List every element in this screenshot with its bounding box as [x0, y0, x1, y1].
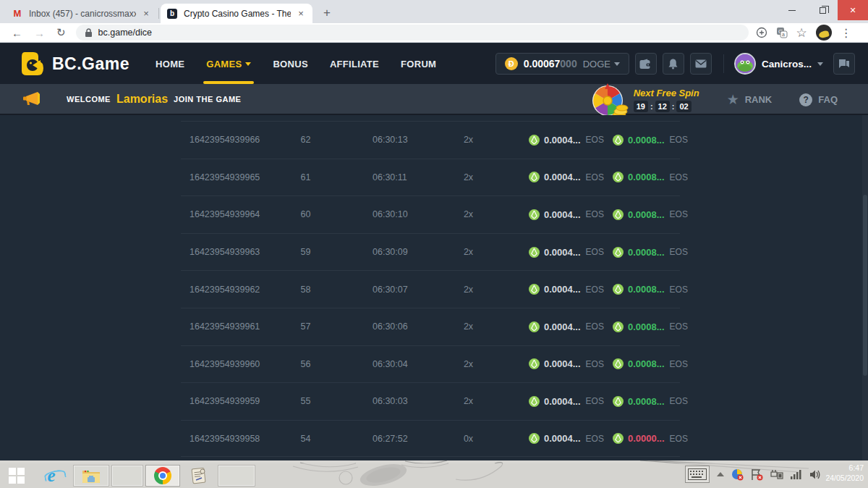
- bet-amount-cell: 0.0004... EOS: [503, 358, 590, 369]
- bet-row[interactable]: 16423954939966 62 06:30:13 2x 0.0004... …: [181, 121, 680, 159]
- taskbar-ie[interactable]: e: [35, 465, 67, 487]
- network-signal-icon[interactable]: [791, 469, 802, 479]
- bet-row[interactable]: 16423954939961 57 06:30:06 2x 0.0004... …: [181, 308, 680, 345]
- bet-amount: 0.0004...: [544, 358, 581, 369]
- bet-multiplier: 2x: [434, 359, 503, 369]
- bet-row[interactable]: 16423954939958 54 06:27:52 0x 0.0004... …: [181, 420, 680, 458]
- gmail-favicon-icon: M: [12, 8, 23, 20]
- back-icon[interactable]: ←: [12, 27, 22, 39]
- payout-cell: 0.0008... EOS: [590, 135, 680, 146]
- bet-amount-cell: 0.0004... EOS: [503, 247, 590, 258]
- bets-table: 16423954939966 62 06:30:13 2x 0.0004... …: [181, 121, 680, 457]
- nav-bonus[interactable]: BONUS: [273, 43, 307, 84]
- action-center-flag-icon[interactable]: [751, 468, 763, 481]
- bet-multiplier: 2x: [434, 135, 503, 145]
- bet-roll-result: 62: [282, 135, 329, 145]
- balance-selector[interactable]: Đ 0.00067000 DOGE: [495, 53, 629, 75]
- welcome-message: WELCOME Lamorias JOIN THE GAME: [67, 93, 241, 106]
- bet-id: 16423954939965: [181, 172, 282, 182]
- bet-id: 16423954939958: [181, 434, 282, 444]
- battery-icon[interactable]: [770, 469, 783, 480]
- bet-row[interactable]: 16423954939959 55 06:30:03 2x 0.0004... …: [181, 382, 680, 420]
- timer-seconds: 02: [676, 101, 691, 112]
- volume-icon[interactable]: [809, 469, 822, 480]
- scrollbar-thumb[interactable]: [863, 195, 867, 376]
- chat-button[interactable]: [833, 53, 855, 75]
- reload-icon[interactable]: ↻: [56, 26, 66, 39]
- page-bcgame: BC.Game HOME GAMES BONUS AFFILIATE FORUM…: [0, 43, 868, 460]
- tab-close-icon[interactable]: ×: [140, 8, 152, 20]
- browser-menu-icon[interactable]: ⋮: [841, 26, 852, 40]
- free-spin-widget[interactable]: Next Free Spin 19 : 12 : 02: [634, 88, 699, 112]
- payout-amount: 0.0008...: [628, 172, 665, 182]
- username[interactable]: Canicros...: [762, 59, 812, 70]
- zoom-plus-icon[interactable]: [756, 27, 767, 38]
- bet-row[interactable]: 16423954939962 58 06:30:07 2x 0.0004... …: [181, 270, 680, 308]
- bet-roll-result: 58: [282, 285, 329, 295]
- taskbar-notes[interactable]: [182, 465, 216, 487]
- url-text: bc.game/dice: [98, 28, 152, 38]
- payout-cell: 0.0008... EOS: [590, 209, 680, 220]
- start-button[interactable]: [0, 465, 33, 487]
- rank-button[interactable]: ★ RANK: [727, 91, 773, 108]
- internet-explorer-icon: e: [47, 466, 55, 486]
- restore-button[interactable]: [807, 0, 838, 20]
- bet-multiplier: 2x: [434, 285, 503, 295]
- chevron-down-icon[interactable]: [817, 62, 823, 66]
- bet-time: 06:30:13: [329, 135, 434, 145]
- main-nav: HOME GAMES BONUS AFFILIATE FORUM: [156, 43, 436, 84]
- bet-row[interactable]: 16423954939963 59 06:30:09 2x 0.0004... …: [181, 233, 680, 271]
- eos-coin-icon: [529, 321, 540, 332]
- bet-row[interactable]: 16423954939965 61 06:30:11 2x 0.0004... …: [181, 159, 680, 196]
- chat-icon: [838, 59, 850, 70]
- tab-gmail[interactable]: M Inbox (457) - canicrossmaxx@gm ×: [6, 4, 158, 23]
- tab-bcgame[interactable]: b Crypto Casino Games - The 8 Bes ×: [161, 4, 312, 23]
- payout-amount: 0.0008...: [628, 209, 665, 220]
- taskbar-clock[interactable]: 6:47 24/05/2020: [825, 463, 864, 483]
- tray-expand-icon[interactable]: [717, 472, 724, 476]
- spin-wheel-icon[interactable]: [589, 83, 629, 119]
- svg-text:a: a: [782, 32, 785, 37]
- taskbar-chrome[interactable]: [145, 465, 180, 487]
- bookmark-star-icon[interactable]: ☆: [796, 25, 807, 41]
- minimize-button[interactable]: [777, 0, 807, 20]
- payout-currency: EOS: [670, 434, 688, 444]
- notifications-button[interactable]: [663, 53, 684, 75]
- messages-button[interactable]: [690, 53, 712, 75]
- nav-affiliate[interactable]: AFFILIATE: [330, 43, 379, 84]
- payout-amount: 0.0008...: [628, 135, 665, 146]
- browser-toolbar: ← → ↻ bc.game/dice Ga ☆ ⋮: [0, 23, 868, 43]
- bet-id: 16423954939966: [181, 135, 282, 145]
- bcgame-logo[interactable]: BC.Game: [20, 51, 129, 77]
- balance-amount-dim: 000: [560, 58, 576, 70]
- bet-row[interactable]: 16423954939960 56 06:30:04 2x 0.0004... …: [181, 345, 680, 383]
- page-scrollbar[interactable]: [862, 115, 868, 460]
- bet-amount: 0.0004...: [544, 433, 581, 444]
- eos-coin-icon: [529, 247, 540, 258]
- browser-profile-avatar[interactable]: [816, 25, 832, 41]
- bet-row[interactable]: 16423954939964 60 06:30:10 2x 0.0004... …: [181, 195, 680, 233]
- user-avatar[interactable]: [734, 53, 756, 75]
- close-button[interactable]: ✕: [838, 0, 868, 20]
- tray-app-badge-icon[interactable]: [731, 468, 744, 481]
- touch-keyboard-icon[interactable]: [685, 466, 710, 483]
- taskbar-app-blank-1[interactable]: [111, 465, 143, 487]
- taskbar-app-blank-2[interactable]: [218, 465, 255, 487]
- lock-icon: [85, 28, 93, 38]
- translate-icon[interactable]: Ga: [776, 27, 788, 38]
- nav-home[interactable]: HOME: [156, 43, 184, 84]
- tab-close-icon[interactable]: ×: [295, 8, 307, 20]
- faq-button[interactable]: ? FAQ: [799, 93, 838, 106]
- nav-games[interactable]: GAMES: [206, 43, 251, 84]
- payout-cell: 0.0008... EOS: [590, 358, 680, 369]
- free-spin-label: Next Free Spin: [634, 88, 699, 98]
- address-bar[interactable]: bc.game/dice: [76, 25, 749, 41]
- new-tab-button[interactable]: +: [318, 5, 336, 22]
- nav-forum[interactable]: FORUM: [401, 43, 436, 84]
- forward-icon[interactable]: →: [34, 27, 45, 39]
- bet-roll-result: 55: [282, 396, 329, 406]
- bcgame-logo-icon: [20, 51, 45, 77]
- wallet-button[interactable]: [635, 53, 657, 75]
- desktop-bottom: e: [0, 460, 868, 488]
- taskbar-explorer[interactable]: [73, 465, 109, 487]
